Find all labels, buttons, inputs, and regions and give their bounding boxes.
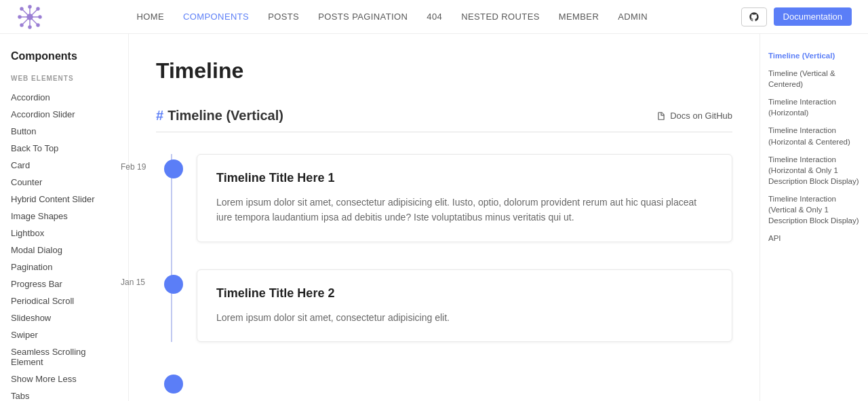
nav-components[interactable]: COMPONENTS xyxy=(183,12,249,22)
right-sidebar-item-4[interactable]: Timeline Interaction (Horizontal & Cente… xyxy=(768,125,860,147)
nav-404[interactable]: 404 xyxy=(427,12,442,22)
timeline-item-2: Jan 15 Timeline Title Here 2 Lorem ipsum… xyxy=(197,269,732,342)
section-divider xyxy=(156,132,732,132)
sidebar-item-swiper[interactable]: Swiper xyxy=(11,326,117,343)
hash-symbol: # xyxy=(156,108,163,123)
timeline-wrapper: Feb 19 Timeline Title Here 1 Lorem ipsum… xyxy=(156,154,732,342)
timeline-date-2: Jan 15 xyxy=(121,278,145,287)
nav-home[interactable]: HOME xyxy=(137,12,165,22)
documentation-button[interactable]: Documentation xyxy=(774,7,852,26)
main-content: Timeline # Timeline (Vertical) Docs on G… xyxy=(129,34,760,401)
svg-point-9 xyxy=(20,7,23,10)
sidebar-item-slideshow[interactable]: Slideshow xyxy=(11,309,117,326)
logo[interactable] xyxy=(16,3,43,31)
svg-point-10 xyxy=(37,24,39,26)
sidebar-item-periodical-scroll[interactable]: Periodical Scroll xyxy=(11,292,117,309)
sidebar-item-tabs[interactable]: Tabs xyxy=(11,387,117,401)
sidebar-item-seamless-scrolling[interactable]: Seamless Scrolling Element xyxy=(11,343,117,370)
layout: Components WEB ELEMENTS Accordion Accord… xyxy=(0,34,868,401)
sidebar-item-counter[interactable]: Counter xyxy=(11,174,117,191)
right-sidebar-item-1[interactable]: Timeline (Vertical) xyxy=(768,50,860,61)
nav-right: Documentation xyxy=(741,7,852,26)
svg-point-5 xyxy=(28,5,31,8)
right-sidebar-item-5[interactable]: Timeline Interaction (Horizontal & Only … xyxy=(768,154,860,187)
timeline-card-2: Timeline Title Here 2 Lorem ipsum dolor … xyxy=(197,269,732,342)
sidebar-item-button[interactable]: Button xyxy=(11,123,117,140)
section-heading: # Timeline (Vertical) xyxy=(156,108,283,123)
right-sidebar-item-2[interactable]: Timeline (Vertical & Centered) xyxy=(768,68,860,90)
sidebar-item-lightbox[interactable]: Lightbox xyxy=(11,225,117,242)
timeline-line xyxy=(171,154,172,342)
svg-point-4 xyxy=(27,14,33,20)
timeline-card-title-2: Timeline Title Here 2 xyxy=(216,286,713,301)
nav-admin[interactable]: ADMIN xyxy=(618,12,648,22)
sidebar-item-pagination[interactable]: Pagination xyxy=(11,259,117,275)
svg-point-11 xyxy=(37,7,39,10)
timeline-card-1: Timeline Title Here 1 Lorem ipsum dolor … xyxy=(197,154,732,242)
timeline-card-text-2: Lorem ipsum dolor sit amet, consectetur … xyxy=(216,310,713,325)
nav-nested-routes[interactable]: NESTED ROUTES xyxy=(461,12,540,22)
timeline-card-text-1: Lorem ipsum dolor sit amet, consectetur … xyxy=(216,195,713,225)
svg-point-8 xyxy=(39,16,41,18)
sidebar-item-image-shapes[interactable]: Image Shapes xyxy=(11,208,117,225)
page-title: Timeline xyxy=(156,58,732,83)
nav-posts-pagination[interactable]: POSTS PAGINATION xyxy=(318,12,408,22)
right-sidebar: Timeline (Vertical) Timeline (Vertical &… xyxy=(760,34,868,401)
nav-links: HOME COMPONENTS POSTS POSTS PAGINATION 4… xyxy=(137,12,648,22)
section-heading-text: Timeline (Vertical) xyxy=(167,108,283,123)
docs-on-github-link[interactable]: Docs on GitHub xyxy=(656,111,732,121)
sidebar-item-back-to-top[interactable]: Back To Top xyxy=(11,140,117,157)
timeline-dot-3 xyxy=(164,375,183,394)
top-nav: HOME COMPONENTS POSTS POSTS PAGINATION 4… xyxy=(0,0,868,34)
section-header: # Timeline (Vertical) Docs on GitHub xyxy=(156,108,732,123)
github-button[interactable] xyxy=(741,7,767,26)
right-sidebar-item-6[interactable]: Timeline Interaction (Vertical & Only 1 … xyxy=(768,193,860,226)
sidebar-item-progress-bar[interactable]: Progress Bar xyxy=(11,275,117,292)
svg-point-12 xyxy=(20,24,23,26)
sidebar-item-accordion[interactable]: Accordion xyxy=(11,89,117,106)
sidebar-title: Components xyxy=(11,50,117,62)
right-sidebar-item-3[interactable]: Timeline Interaction (Horizontal) xyxy=(768,96,860,118)
sidebar-item-card[interactable]: Card xyxy=(11,157,117,174)
timeline-item-1: Feb 19 Timeline Title Here 1 Lorem ipsum… xyxy=(197,154,732,242)
docs-icon xyxy=(656,111,666,121)
sidebar-item-show-more-less[interactable]: Show More Less xyxy=(11,370,117,387)
sidebar-item-modal-dialog[interactable]: Modal Dialog xyxy=(11,242,117,259)
timeline-card-title-1: Timeline Title Here 1 xyxy=(216,171,713,185)
nav-member[interactable]: MEMBER xyxy=(559,12,599,22)
nav-posts[interactable]: POSTS xyxy=(268,12,299,22)
sidebar-item-hybrid-content-slider[interactable]: Hybrid Content Slider xyxy=(11,191,117,208)
timeline-dot-1 xyxy=(164,159,183,178)
right-sidebar-item-api[interactable]: API xyxy=(768,233,860,244)
timeline-dot-2 xyxy=(164,275,183,294)
timeline-date-1: Feb 19 xyxy=(121,162,146,172)
sidebar-item-accordion-slider[interactable]: Accordion Slider xyxy=(11,106,117,123)
docs-link-label: Docs on GitHub xyxy=(670,111,732,121)
svg-point-7 xyxy=(18,16,21,18)
sidebar-section-label: WEB ELEMENTS xyxy=(11,75,117,82)
svg-point-6 xyxy=(28,26,31,28)
left-sidebar: Components WEB ELEMENTS Accordion Accord… xyxy=(0,34,129,401)
